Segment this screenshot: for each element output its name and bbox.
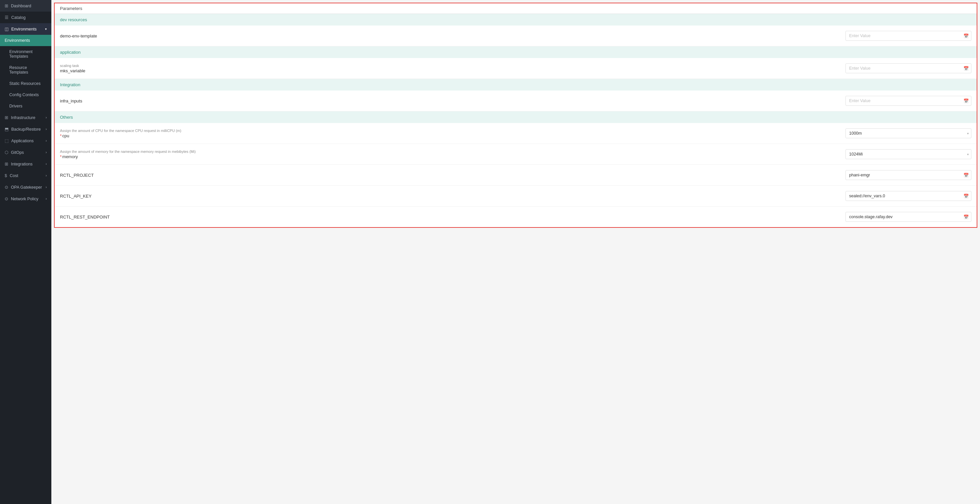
sidebar: ⊞ Dashboard ☰ Catalog ◫ Environments ▾ E… xyxy=(0,0,51,504)
integrations-icon: ⊞ xyxy=(5,161,8,166)
section-application-header: application xyxy=(55,46,977,58)
infra-inputs-input[interactable] xyxy=(845,96,971,106)
field-row-demo-env-template: demo-env-template 📅 xyxy=(55,26,977,46)
chevron-right-icon: › xyxy=(46,150,47,154)
chevron-right-icon: › xyxy=(46,139,47,143)
field-row-rctl-project: RCTL_PROJECT 📅 xyxy=(55,165,977,186)
sidebar-item-network-policy[interactable]: ⊙ Network Policy › xyxy=(0,193,51,204)
panel-top-bar: Parameters xyxy=(55,3,977,14)
environments-icon: ◫ xyxy=(5,27,9,32)
chevron-right-icon: › xyxy=(46,162,47,166)
field-input-rctl-rest-endpoint: 📅 xyxy=(845,212,971,222)
field-row-cpu: Assign the amount of CPU for the namespa… xyxy=(55,123,977,144)
demo-env-template-input[interactable] xyxy=(845,31,971,41)
sidebar-item-static-resources[interactable]: Static Resources xyxy=(0,78,51,89)
chevron-down-icon: ▾ xyxy=(45,27,47,31)
field-label-rctl-api-key: RCTL_API_KEY xyxy=(60,194,840,199)
section-integration-header: Integration xyxy=(55,79,977,91)
field-label-rctl-project: RCTL_PROJECT xyxy=(60,173,840,178)
field-input-rctl-project: 📅 xyxy=(845,170,971,180)
applications-icon: ⬚ xyxy=(5,138,9,143)
sidebar-item-dashboard[interactable]: ⊞ Dashboard xyxy=(0,0,51,11)
chevron-right-icon: › xyxy=(46,174,47,177)
sidebar-item-infrastructure[interactable]: ⊞ Infrastructure › xyxy=(0,112,51,123)
field-input-mks-variable: 📅 xyxy=(845,63,971,73)
field-row-mks-variable: scaling task mks_variable 📅 xyxy=(55,58,977,79)
rctl-rest-endpoint-input[interactable] xyxy=(845,212,971,222)
field-input-cpu: 1000m 500m 2000m ▾ xyxy=(845,128,971,138)
rctl-project-input[interactable] xyxy=(845,170,971,180)
sidebar-item-config-contexts[interactable]: Config Contexts xyxy=(0,89,51,100)
field-input-memory: 1024Mi 512Mi 2048Mi ▾ xyxy=(845,149,971,159)
network-icon: ⊙ xyxy=(5,196,8,201)
field-input-infra-inputs: 📅 xyxy=(845,96,971,106)
gitops-icon: ⬡ xyxy=(5,150,8,155)
rctl-api-key-input[interactable] xyxy=(845,191,971,201)
sidebar-item-catalog[interactable]: ☰ Catalog xyxy=(0,11,51,23)
field-label-demo-env-template: demo-env-template xyxy=(60,33,840,38)
sidebar-item-environments-parent[interactable]: ◫ Environments ▾ xyxy=(0,23,51,35)
mks-variable-input[interactable] xyxy=(845,63,971,73)
sidebar-item-environments[interactable]: Environments xyxy=(0,35,51,46)
memory-select[interactable]: 1024Mi 512Mi 2048Mi xyxy=(845,149,971,159)
field-input-demo-env-template: 📅 xyxy=(845,31,971,41)
sidebar-item-applications[interactable]: ⬚ Applications › xyxy=(0,135,51,147)
section-others-header: Others xyxy=(55,112,977,123)
field-row-rctl-rest-endpoint: RCTL_REST_ENDPOINT 📅 xyxy=(55,207,977,227)
cost-icon: $ xyxy=(5,173,7,178)
field-row-rctl-api-key: RCTL_API_KEY 📅 xyxy=(55,186,977,207)
field-label-mks-variable: scaling task mks_variable xyxy=(60,64,840,73)
parameters-panel: Parameters dev resources demo-env-templa… xyxy=(54,3,977,228)
chevron-right-icon: › xyxy=(46,185,47,189)
opa-icon: ⊙ xyxy=(5,185,8,190)
sidebar-item-backup-restore[interactable]: ⬒ Backup/Restore › xyxy=(0,123,51,135)
sidebar-item-integrations[interactable]: ⊞ Integrations › xyxy=(0,158,51,170)
dashboard-icon: ⊞ xyxy=(5,3,8,8)
field-row-memory: Assign the amount of memory for the name… xyxy=(55,144,977,165)
sidebar-item-drivers[interactable]: Drivers xyxy=(0,100,51,112)
content-area: Parameters dev resources demo-env-templa… xyxy=(51,0,980,504)
main-content: Parameters dev resources demo-env-templa… xyxy=(51,0,980,504)
field-row-infra-inputs: infra_inputs 📅 xyxy=(55,91,977,112)
infrastructure-icon: ⊞ xyxy=(5,115,8,120)
chevron-right-icon: › xyxy=(46,127,47,131)
chevron-right-icon: › xyxy=(46,197,47,201)
required-star-memory: * xyxy=(60,154,62,159)
sidebar-item-cost[interactable]: $ Cost › xyxy=(0,170,51,181)
field-label-memory: Assign the amount of memory for the name… xyxy=(60,150,840,159)
section-dev-resources-header: dev resources xyxy=(55,14,977,26)
field-label-infra-inputs: infra_inputs xyxy=(60,99,840,104)
field-label-cpu: Assign the amount of CPU for the namespa… xyxy=(60,129,840,138)
panel-title: Parameters xyxy=(60,6,82,11)
sidebar-item-env-templates[interactable]: Environment Templates xyxy=(0,46,51,62)
chevron-right-icon: › xyxy=(46,116,47,120)
field-label-rctl-rest-endpoint: RCTL_REST_ENDPOINT xyxy=(60,215,840,220)
sidebar-item-resource-templates[interactable]: Resource Templates xyxy=(0,62,51,78)
sidebar-item-gitops[interactable]: ⬡ GitOps › xyxy=(0,147,51,158)
required-star-cpu: * xyxy=(60,133,62,138)
backup-icon: ⬒ xyxy=(5,127,9,132)
cpu-select[interactable]: 1000m 500m 2000m xyxy=(845,128,971,138)
field-input-rctl-api-key: 📅 xyxy=(845,191,971,201)
catalog-icon: ☰ xyxy=(5,15,9,20)
sidebar-item-opa-gatekeeper[interactable]: ⊙ OPA Gatekeeper › xyxy=(0,181,51,193)
